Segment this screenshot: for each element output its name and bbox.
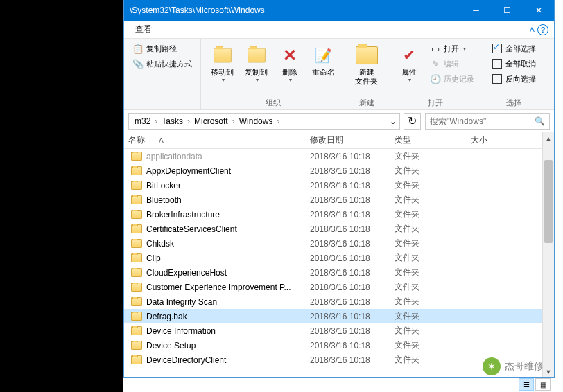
table-row[interactable]: Device Information2018/3/16 10:18文件夹 xyxy=(124,323,542,338)
new-folder-button[interactable]: 新建 文件夹 xyxy=(351,42,382,89)
invert-icon xyxy=(492,73,503,84)
folder-icon xyxy=(131,341,142,350)
search-input[interactable] xyxy=(430,116,535,126)
col-header-type[interactable]: 类型 xyxy=(389,134,465,146)
table-row[interactable]: Customer Experience Improvement P...2018… xyxy=(124,280,542,294)
search-icon[interactable]: 🔍 xyxy=(535,116,545,126)
table-row[interactable]: Chkdsk2018/3/16 10:18文件夹 xyxy=(124,236,542,251)
file-date: 2018/3/16 10:18 xyxy=(304,312,389,321)
select-none-button[interactable]: 全部取消 xyxy=(489,57,539,71)
breadcrumb[interactable]: m32›Tasks›Microsoft›Windows›⌄ xyxy=(128,113,400,130)
paste-shortcut-button[interactable]: 📎粘贴快捷方式 xyxy=(130,57,195,71)
help-icon[interactable]: ? xyxy=(537,24,548,35)
invert-selection-button[interactable]: 反向选择 xyxy=(489,72,539,86)
file-name: Data Integrity Scan xyxy=(146,297,217,307)
rename-button[interactable]: 📝重命名 xyxy=(308,42,339,80)
search-box[interactable]: 🔍 xyxy=(425,113,550,130)
table-row[interactable]: CertificateServicesClient2018/3/16 10:18… xyxy=(124,222,542,236)
file-name: Chkdsk xyxy=(146,239,174,249)
file-date: 2018/3/16 10:18 xyxy=(304,224,389,234)
file-name: Bluetooth xyxy=(146,195,182,205)
breadcrumb-dropdown-icon[interactable]: ⌄ xyxy=(390,116,397,126)
folder-icon xyxy=(131,326,142,335)
move-to-button[interactable]: 移动到▾ xyxy=(207,42,238,86)
delete-button[interactable]: ✕删除▾ xyxy=(275,42,305,86)
table-row[interactable]: Device Setup2018/3/16 10:18文件夹 xyxy=(124,338,542,353)
tab-view[interactable]: 查看 xyxy=(130,21,157,38)
table-row[interactable]: Data Integrity Scan2018/3/16 10:18文件夹 xyxy=(124,294,542,309)
file-type: 文件夹 xyxy=(389,325,465,337)
table-row[interactable]: DeviceDirectoryClient2018/3/16 10:18文件夹 xyxy=(124,353,542,367)
close-button[interactable]: ✕ xyxy=(523,0,554,21)
details-view-button[interactable]: ☰ xyxy=(519,378,534,391)
col-header-name[interactable]: 名称ᐱ xyxy=(124,134,304,146)
delete-icon: ✕ xyxy=(279,44,301,66)
select-all-button[interactable]: 全部选择 xyxy=(489,42,539,55)
file-name: BitLocker xyxy=(146,181,181,190)
file-type: 文件夹 xyxy=(389,296,465,308)
edit-button[interactable]: ✎编辑 xyxy=(427,57,477,71)
file-name: CloudExperienceHost xyxy=(146,268,227,278)
file-type: 文件夹 xyxy=(389,165,465,177)
folder-icon xyxy=(131,268,142,277)
table-row[interactable]: Clip2018/3/16 10:18文件夹 xyxy=(124,251,542,265)
titlebar[interactable]: \System32\Tasks\Microsoft\Windows ─ ☐ ✕ xyxy=(124,0,554,21)
refresh-button[interactable]: ↻ xyxy=(404,113,421,130)
file-name: BrokerInfrastructure xyxy=(146,210,220,220)
table-row[interactable]: BrokerInfrastructure2018/3/16 10:18文件夹 xyxy=(124,207,542,222)
file-type: 文件夹 xyxy=(389,150,465,162)
table-row[interactable]: CloudExperienceHost2018/3/16 10:18文件夹 xyxy=(124,265,542,280)
scroll-down-button[interactable]: ▼ xyxy=(543,366,554,377)
copy-path-button[interactable]: 📋复制路径 xyxy=(130,42,195,55)
ribbon-group-open: ✔属性▾ ▭打开▾ ✎编辑 🕘历史记录 打开 xyxy=(388,39,483,109)
file-type: 文件夹 xyxy=(389,179,465,191)
table-row[interactable]: BitLocker2018/3/16 10:18文件夹 xyxy=(124,178,542,193)
breadcrumb-segment[interactable]: m32 xyxy=(132,116,153,126)
table-row[interactable]: Defrag.bak2018/3/16 10:18文件夹 xyxy=(124,309,542,323)
col-header-date[interactable]: 修改日期 xyxy=(304,134,389,146)
file-date: 2018/3/16 10:18 xyxy=(304,341,389,350)
folder-icon xyxy=(131,195,142,204)
file-date: 2018/3/16 10:18 xyxy=(304,239,389,249)
file-date: 2018/3/16 10:18 xyxy=(304,195,389,205)
file-type: 文件夹 xyxy=(389,208,465,220)
file-name: Clip xyxy=(146,253,161,263)
folder-icon xyxy=(131,210,142,219)
chevron-right-icon: › xyxy=(186,116,191,126)
table-row[interactable]: AppxDeploymentClient2018/3/16 10:18文件夹 xyxy=(124,163,542,178)
open-button[interactable]: ▭打开▾ xyxy=(427,42,477,55)
table-row[interactable]: Bluetooth2018/3/16 10:18文件夹 xyxy=(124,193,542,207)
chevron-up-icon[interactable]: ᐱ xyxy=(530,26,535,33)
minimize-button[interactable]: ─ xyxy=(460,0,492,21)
right-edge-strip xyxy=(555,21,563,378)
maximize-button[interactable]: ☐ xyxy=(492,0,523,21)
scroll-thumb[interactable] xyxy=(544,160,553,243)
rename-icon: 📝 xyxy=(313,44,335,66)
left-black-panel xyxy=(0,0,123,392)
wechat-icon: ✶ xyxy=(483,357,501,375)
properties-button[interactable]: ✔属性▾ xyxy=(394,42,424,86)
folder-icon xyxy=(131,181,142,190)
col-header-size[interactable]: 大小 xyxy=(465,134,521,146)
breadcrumb-segment[interactable]: Microsoft xyxy=(191,116,231,126)
icons-view-button[interactable]: ▦ xyxy=(535,378,551,391)
breadcrumb-segment[interactable]: Tasks xyxy=(159,116,186,126)
ribbon-group-new: 新建 文件夹 新建 xyxy=(345,39,388,109)
file-name: Device Setup xyxy=(146,341,196,350)
copy-to-button[interactable]: 复制到▾ xyxy=(241,42,272,86)
vertical-scrollbar[interactable]: ▲ ▼ xyxy=(542,132,554,377)
edit-icon: ✎ xyxy=(430,58,441,69)
table-row[interactable]: applicationdata2018/3/16 10:18文件夹 xyxy=(124,149,542,163)
scroll-up-button[interactable]: ▲ xyxy=(543,132,554,144)
file-type: 文件夹 xyxy=(389,310,465,322)
ribbon-group-clipboard: 📋复制路径 📎粘贴快捷方式 xyxy=(124,39,201,109)
file-type: 文件夹 xyxy=(389,354,465,366)
file-type: 文件夹 xyxy=(389,281,465,293)
folder-icon xyxy=(131,253,142,262)
breadcrumb-segment[interactable]: Windows xyxy=(236,116,276,126)
shortcut-icon: 📎 xyxy=(132,58,144,69)
folder-icon xyxy=(131,297,142,306)
history-button[interactable]: 🕘历史记录 xyxy=(427,72,477,86)
file-name: Customer Experience Improvement P... xyxy=(146,283,291,292)
ribbon-group-organize: 移动到▾ 复制到▾ ✕删除▾ 📝重命名 组织 xyxy=(201,39,345,109)
